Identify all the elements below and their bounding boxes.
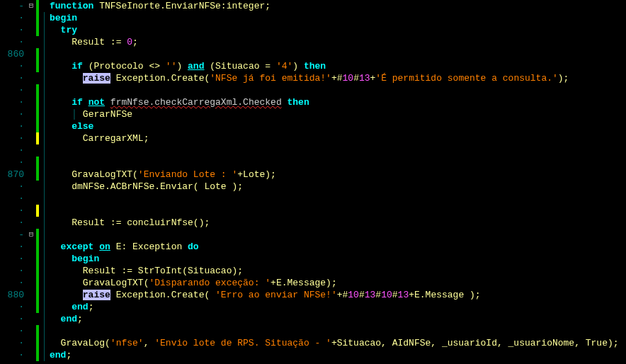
fold-spacer: [27, 72, 35, 84]
indent-guide-column: [40, 0, 50, 361]
code-line[interactable]: CarregarXML;: [50, 132, 626, 144]
code-line[interactable]: │ GerarNFSe: [50, 108, 626, 120]
line-number: ·: [0, 337, 24, 349]
token: if: [72, 97, 88, 108]
token: TNFSeInorte.EnviarNFSe:integer;: [99, 1, 271, 11]
line-number: ·: [0, 144, 24, 157]
fold-spacer: [27, 96, 35, 108]
code-line[interactable]: if not frmNfse.checkCarregaXml.Checked t…: [50, 96, 626, 108]
indent-guide: [44, 144, 50, 157]
indent-guide: [44, 205, 50, 217]
code-line[interactable]: end;: [50, 349, 626, 361]
code-line[interactable]: [50, 157, 626, 169]
change-mark: [36, 325, 39, 337]
token: ): [292, 61, 304, 72]
line-number: ·: [0, 24, 24, 36]
indent-guide: [44, 24, 50, 36]
fold-spacer: [27, 241, 35, 253]
code-line[interactable]: try: [50, 24, 626, 36]
token: do: [188, 241, 199, 252]
code-line[interactable]: [50, 205, 626, 217]
token: +#: [331, 73, 343, 84]
code-line[interactable]: GravaLogTXT('Enviando Lote : '+Lote);: [50, 169, 626, 181]
change-mark: [36, 289, 39, 301]
fold-toggle-icon[interactable]: ⊟: [27, 0, 35, 12]
code-line[interactable]: raise Exception.Create('NFSe já foi emit…: [50, 72, 626, 84]
indent-guide: [44, 36, 50, 48]
code-line[interactable]: GravaLog('nfse', 'Envio lote de RPS. Sit…: [50, 337, 626, 349]
indent-guide: [44, 265, 50, 277]
code-line[interactable]: Result := 0;: [50, 36, 626, 48]
code-line[interactable]: end;: [50, 313, 626, 325]
token: [105, 97, 110, 108]
indent-guide: [44, 253, 50, 265]
code-line[interactable]: [50, 325, 626, 337]
change-mark: [36, 265, 39, 277]
code-editor[interactable]: -···860·········870····-····880····· ⊟⊟ …: [0, 0, 626, 361]
line-number-gutter: -···860·········870····-····880·····: [0, 0, 27, 361]
fold-spacer: [27, 289, 35, 301]
code-line[interactable]: [50, 48, 626, 60]
code-line[interactable]: if (Protocolo <> '') and (Situacao = '4'…: [50, 60, 626, 72]
token: not: [89, 97, 105, 108]
token: 10: [343, 73, 354, 84]
code-line[interactable]: raise Exception.Create( 'Erro ao enviar …: [50, 289, 626, 301]
code-line[interactable]: [50, 193, 626, 205]
token: #: [375, 290, 381, 300]
fold-spacer: [27, 36, 35, 48]
fold-spacer: [27, 337, 35, 349]
fold-spacer: [27, 301, 35, 313]
fold-column[interactable]: ⊟⊟: [27, 0, 35, 361]
change-mark: [36, 241, 39, 253]
line-number: 860: [0, 48, 24, 60]
token: +E.Message );: [409, 290, 480, 300]
code-line[interactable]: dmNFSe.ACBrNFSe.Enviar( Lote );: [50, 181, 626, 193]
token: frmNfse.checkCarregaXml.Checked: [110, 97, 282, 108]
change-mark: [36, 96, 39, 108]
line-number: 880: [0, 289, 24, 301]
code-line[interactable]: [50, 229, 626, 241]
line-number: ·: [0, 36, 24, 48]
line-number: ·: [0, 60, 24, 72]
token: ): [176, 61, 188, 72]
code-line[interactable]: begin: [50, 12, 626, 24]
token: +Lote);: [237, 169, 276, 180]
code-line[interactable]: Result := concluirNfse();: [50, 217, 626, 229]
code-line[interactable]: [50, 84, 626, 96]
indent-guide: [44, 301, 50, 313]
indent-guide: [44, 84, 50, 96]
code-line[interactable]: function TNFSeInorte.EnviarNFSe:integer;: [50, 0, 626, 12]
code-line[interactable]: else: [50, 120, 626, 132]
fold-spacer: [27, 193, 35, 205]
line-number: ·: [0, 313, 24, 325]
fold-toggle-icon[interactable]: ⊟: [27, 229, 35, 241]
code-line[interactable]: GravaLogTXT('Disparando exceção: '+E.Mes…: [50, 277, 626, 289]
token: Exception.Create(: [110, 290, 215, 300]
change-mark: [36, 277, 39, 289]
token: Result := StrToInt(Situacao);: [83, 266, 243, 276]
token: 'Enviando Lote : ': [138, 169, 237, 180]
fold-spacer: [27, 349, 35, 361]
code-line[interactable]: end;: [50, 301, 626, 313]
indent-guide: [44, 217, 50, 229]
change-mark: [36, 349, 39, 361]
change-mark: [36, 169, 39, 181]
token: on: [99, 241, 110, 252]
code-line[interactable]: except on E: Exception do: [50, 241, 626, 253]
token: except: [61, 241, 100, 252]
line-number: ·: [0, 193, 24, 205]
code-line[interactable]: begin: [50, 253, 626, 265]
indent-guide: [44, 96, 50, 108]
token: ;: [89, 302, 94, 312]
line-number: ·: [0, 301, 24, 313]
token: );: [558, 73, 569, 84]
token: (Protocolo <>: [89, 61, 166, 72]
code-area[interactable]: function TNFSeInorte.EnviarNFSe:integer;…: [50, 0, 626, 361]
line-number: ·: [0, 157, 24, 169]
token: else: [72, 121, 93, 132]
token: then: [288, 97, 309, 108]
line-number: ·: [0, 277, 24, 289]
code-line[interactable]: [50, 144, 626, 157]
code-line[interactable]: Result := StrToInt(Situacao);: [50, 265, 626, 277]
token: '': [166, 61, 177, 72]
